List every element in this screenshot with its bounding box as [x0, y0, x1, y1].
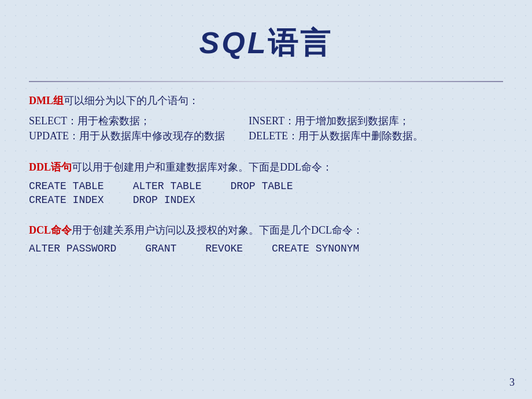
ddl-section: DDL语句可以用于创建用户和重建数据库对象。下面是DDL命令： CREATE T… — [29, 159, 503, 206]
dml-section: DML组可以细分为以下的几个语句： SELECT：用于检索数据； INSERT：… — [29, 93, 503, 143]
title-divider — [29, 81, 503, 82]
dml-row-2: UPDATE：用于从数据库中修改现存的数据 DELETE：用于从数据库中删除数据… — [29, 129, 503, 143]
dml-row-1: SELECT：用于检索数据； INSERT：用于增加数据到数据库； — [29, 114, 503, 128]
dcl-intro-text: 用于创建关系用户访问以及授权的对象。下面是几个DCL命令： — [72, 224, 363, 236]
dml-intro-text: 可以细分为以下的几个语句： — [64, 95, 199, 106]
dml-label: DML组 — [29, 95, 64, 106]
page-number: 3 — [509, 376, 515, 389]
dcl-label: DCL命令 — [29, 224, 72, 236]
ddl-create-table: CREATE TABLE — [29, 180, 104, 192]
title-sql: SQL — [200, 26, 268, 60]
dcl-intro: DCL命令用于创建关系用户访问以及授权的对象。下面是几个DCL命令： — [29, 222, 503, 239]
dcl-revoke: REVOKE — [205, 243, 243, 254]
ddl-cmd-row-2: CREATE INDEX DROP INDEX — [29, 194, 503, 206]
dml-update-cmd: UPDATE： — [29, 130, 79, 142]
dml-update-pair: UPDATE：用于从数据库中修改现存的数据 — [29, 129, 249, 143]
dcl-create-synonym: CREATE SYNONYM — [272, 243, 359, 254]
dml-insert-desc: 用于增加数据到数据库； — [295, 115, 409, 127]
slide-container: SQL语言 DML组可以细分为以下的几个语句： SELECT：用于检索数据； I… — [0, 0, 532, 399]
ddl-label: DDL语句 — [29, 161, 72, 173]
ddl-cmd-row-1: CREATE TABLE ALTER TABLE DROP TABLE — [29, 180, 503, 192]
dml-insert-pair: INSERT：用于增加数据到数据库； — [249, 114, 503, 128]
dml-delete-pair: DELETE：用于从数据库中删除数据。 — [249, 129, 503, 143]
dcl-section: DCL命令用于创建关系用户访问以及授权的对象。下面是几个DCL命令： ALTER… — [29, 222, 503, 255]
dml-delete-cmd: DELETE： — [249, 130, 298, 142]
ddl-intro-text: 可以用于创建用户和重建数据库对象。下面是DDL命令： — [72, 161, 332, 173]
ddl-drop-table: DROP TABLE — [230, 180, 293, 192]
ddl-create-index: CREATE INDEX — [29, 194, 104, 206]
dml-select-desc: 用于检索数据； — [77, 115, 150, 127]
title-chinese: 语言 — [268, 26, 332, 60]
dcl-cmd-row-1: ALTER PASSWORD GRANT REVOKE CREATE SYNON… — [29, 243, 503, 254]
slide-title: SQL语言 — [29, 23, 503, 64]
dml-delete-desc: 用于从数据库中删除数据。 — [298, 130, 423, 142]
dcl-grant: GRANT — [145, 243, 176, 254]
dml-insert-cmd: INSERT： — [249, 115, 295, 127]
ddl-drop-index: DROP INDEX — [133, 194, 195, 206]
ddl-alter-table: ALTER TABLE — [133, 180, 202, 192]
title-text: SQL语言 — [200, 26, 333, 60]
dml-select-cmd: SELECT： — [29, 115, 77, 127]
ddl-intro: DDL语句可以用于创建用户和重建数据库对象。下面是DDL命令： — [29, 159, 503, 176]
dml-intro: DML组可以细分为以下的几个语句： — [29, 93, 503, 109]
dcl-alter-password: ALTER PASSWORD — [29, 243, 116, 254]
dml-update-desc: 用于从数据库中修改现存的数据 — [79, 130, 225, 142]
dml-select-pair: SELECT：用于检索数据； — [29, 114, 249, 128]
